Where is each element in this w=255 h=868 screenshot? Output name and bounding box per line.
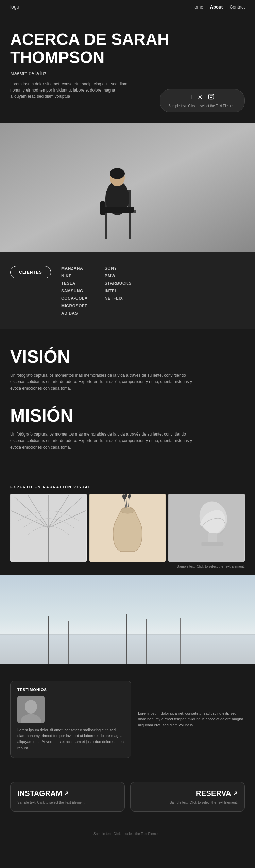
reserva-card[interactable]: RESERVA ↗ Sample text. Click to select t… [130, 782, 245, 812]
client-starbucks: STARBUCKS [105, 281, 132, 286]
hero-subtitle: Maestro de la luz [10, 71, 245, 76]
instagram-card[interactable]: INSTAGRAM ↗ Sample text. Click to select… [10, 782, 125, 812]
svg-rect-6 [129, 212, 131, 239]
grid-image-2 [89, 494, 166, 562]
footer-text: Sample text. Click to select the Text El… [94, 832, 162, 836]
reserva-arrow-icon: ↗ [233, 790, 238, 797]
vision-title: VISIÓN [10, 346, 245, 367]
testimonial-left-text: Lorem ipsum dolor sit amet, consetetur s… [17, 727, 124, 751]
nav-links: Home About Contact [191, 4, 245, 10]
clients-button[interactable]: CLIENTES [10, 266, 51, 278]
navigation: logo Home About Contact [0, 0, 255, 14]
grid-image-3 [168, 494, 245, 562]
svg-rect-35 [208, 533, 217, 543]
nav-home[interactable]: Home [191, 4, 203, 10]
svg-point-2 [212, 95, 213, 96]
instagram-label: Sample text. Click to select the Text El… [17, 801, 118, 804]
landscape-photo [0, 575, 255, 664]
testimonial-avatar [17, 696, 45, 723]
client-bmw: BMW [105, 274, 132, 278]
instagram-title: INSTAGRAM ↗ [17, 789, 118, 798]
client-intel: INTEL [105, 289, 132, 293]
svg-point-26 [121, 508, 134, 513]
svg-rect-3 [0, 123, 255, 252]
client-nike: NIKE [61, 274, 88, 278]
svg-point-49 [25, 700, 37, 714]
testimonials-grid: TESTIMONIOS Lorem ipsum dolor sit amet, … [10, 681, 245, 758]
social-label: Sample text. Click to select the Text El… [168, 104, 236, 108]
client-manzana: MANZANA [61, 266, 88, 271]
client-tesla: TESLA [61, 281, 88, 286]
client-adidas: ADIDAS [61, 311, 88, 316]
clients-list: MANZANA NIKE TESLA SAMSUNG COCA-COLA MIC… [61, 266, 132, 316]
nav-contact[interactable]: Contact [230, 4, 245, 10]
svg-rect-36 [202, 542, 224, 546]
mission-title: MISIÓN [10, 405, 245, 426]
footer: Sample text. Click to select the Text El… [0, 825, 255, 842]
mission-text: Un fotógrafo captura los momentos más me… [10, 431, 201, 451]
visual-storytelling-section: EXPERTO EN NARRACIÓN VISUAL [0, 481, 255, 575]
vision-mission-section: VISIÓN Un fotógrafo captura los momentos… [0, 329, 255, 481]
svg-rect-14 [100, 207, 134, 213]
clients-section: CLIENTES MANZANA NIKE TESLA SAMSUNG COCA… [0, 252, 255, 329]
clients-col-2: SONY BMW STARBUCKS INTEL NETFLIX [105, 266, 132, 316]
visual-caption: Sample text. Click to select the Text El… [10, 564, 245, 568]
hero-title: ACERCA DE SARAH THOMPSON [10, 31, 245, 67]
instagram-icon[interactable] [208, 94, 214, 101]
instagram-arrow-icon: ↗ [64, 790, 69, 797]
logo[interactable]: logo [10, 4, 19, 10]
hero-photo [0, 123, 255, 252]
testimonial-right-text: Lorem ipsum dolor sit amet, consetetur s… [138, 710, 245, 728]
testimonials-label: TESTIMONIOS [17, 688, 124, 692]
client-samsung: SAMSUNG [61, 289, 88, 293]
client-cocacola: COCA-COLA [61, 296, 88, 301]
nav-about[interactable]: About [210, 4, 223, 10]
cta-section: INSTAGRAM ↗ Sample text. Click to select… [0, 775, 255, 825]
svg-rect-0 [209, 94, 214, 99]
social-box: f ✕ Sample text. Click to select the Tex… [160, 89, 245, 112]
svg-rect-41 [68, 621, 69, 664]
visual-label: EXPERTO EN NARRACIÓN VISUAL [10, 485, 245, 489]
twitter-icon[interactable]: ✕ [198, 94, 203, 101]
hero-section: ACERCA DE SARAH THOMPSON Maestro de la l… [0, 14, 255, 123]
testimonial-card-left: TESTIMONIOS Lorem ipsum dolor sit amet, … [10, 681, 131, 758]
svg-point-1 [210, 96, 212, 98]
svg-point-13 [110, 168, 125, 179]
client-sony: SONY [105, 266, 132, 271]
client-netflix: NETFLIX [105, 296, 132, 301]
svg-rect-5 [105, 212, 107, 239]
social-icons: f ✕ [190, 94, 214, 101]
grid-image-1 [10, 494, 87, 562]
client-microsoft: MICROSOFT [61, 304, 88, 308]
image-grid [10, 494, 245, 562]
facebook-icon[interactable]: f [190, 94, 192, 101]
clients-col-1: MANZANA NIKE TESLA SAMSUNG COCA-COLA MIC… [61, 266, 88, 316]
testimonials-section: TESTIMONIOS Lorem ipsum dolor sit amet, … [0, 664, 255, 775]
svg-rect-15 [100, 201, 105, 215]
reserva-label: Sample text. Click to select the Text El… [137, 801, 238, 804]
testimonial-right: Lorem ipsum dolor sit amet, consetetur s… [138, 681, 245, 758]
svg-rect-38 [0, 635, 255, 664]
vision-text: Un fotógrafo captura los momentos más me… [10, 372, 201, 392]
reserva-title: RESERVA ↗ [137, 789, 238, 798]
svg-rect-44 [180, 618, 181, 664]
hero-description: Lorem ipsum dolor sit amet, consetetur s… [10, 81, 129, 99]
